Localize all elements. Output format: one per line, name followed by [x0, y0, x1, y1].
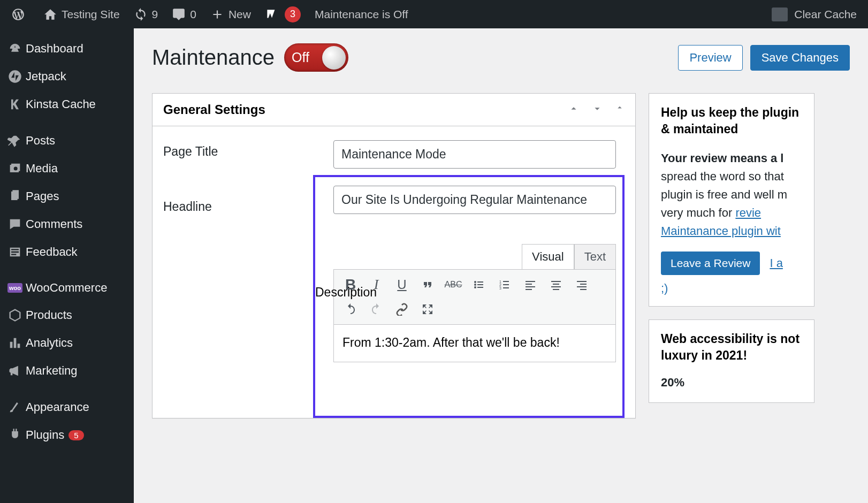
sidebar-item-jetpack[interactable]: Jetpack	[0, 63, 134, 90]
page-title: Maintenance	[152, 45, 275, 70]
sidebar-item-pages[interactable]: Pages	[0, 182, 134, 210]
jetpack-icon	[7, 69, 26, 84]
page-title-row: Page Title	[153, 126, 635, 169]
align-right-button[interactable]	[569, 273, 594, 296]
plugin-badge: 5	[68, 430, 83, 440]
svg-point-0	[9, 70, 21, 82]
side-panels: Help us keep the plugin & maintained You…	[649, 93, 814, 418]
preview-button[interactable]: Preview	[678, 45, 742, 71]
fullscreen-button[interactable]	[415, 298, 440, 321]
refresh-icon	[134, 7, 148, 21]
svg-rect-11	[503, 281, 509, 282]
sidebar-label: WooCommerce	[26, 281, 107, 295]
review-link-2[interactable]: Maintanance plugin wit	[661, 224, 781, 238]
svg-rect-15	[526, 284, 532, 285]
sidebar-label: Products	[26, 308, 72, 322]
redo-button[interactable]	[364, 298, 389, 321]
align-center-button[interactable]	[544, 273, 568, 296]
sidebar-item-kinsta[interactable]: Kinsta Cache	[0, 90, 134, 118]
strikethrough-button[interactable]: ABC	[441, 273, 466, 296]
page-header: Maintenance Off Preview Save Changes	[134, 28, 868, 93]
general-settings-panel: General Settings Page Title Headline	[152, 93, 636, 418]
clear-cache[interactable]: Clear Cache	[765, 0, 864, 28]
undo-button[interactable]	[338, 298, 363, 321]
yoast-icon	[265, 7, 279, 21]
svg-rect-23	[580, 284, 587, 285]
align-left-button[interactable]	[518, 273, 543, 296]
wp-logo[interactable]	[4, 0, 36, 28]
page-title-input[interactable]	[333, 140, 616, 169]
maintenance-status[interactable]: Maintenance is Off	[308, 0, 415, 28]
review-text: Your review means a l spread the word so…	[661, 149, 802, 240]
yoast[interactable]: 3	[258, 0, 308, 28]
svg-rect-19	[553, 284, 559, 285]
comments[interactable]: 0	[165, 0, 203, 28]
new-label: New	[229, 8, 251, 21]
admin-bar: Testing Site 9 0 New 3 Maintenance is Of…	[0, 0, 868, 28]
sidebar-label: Analytics	[26, 336, 73, 350]
chevron-up-icon[interactable]	[568, 103, 580, 117]
sidebar-item-plugins[interactable]: Plugins5	[0, 421, 134, 449]
updates[interactable]: 9	[127, 0, 165, 28]
tab-text[interactable]: Text	[574, 244, 616, 269]
media-icon	[7, 161, 26, 176]
headline-label: Headline	[163, 175, 333, 214]
description-editor[interactable]: From 1:30-2am. After that we'll be back!	[333, 325, 616, 362]
site-name[interactable]: Testing Site	[36, 0, 127, 28]
sidebar-item-dashboard[interactable]: Dashboard	[0, 35, 134, 63]
page-title-label: Page Title	[163, 140, 333, 159]
pin-icon	[7, 133, 26, 148]
link-button[interactable]	[390, 298, 414, 321]
dashboard-icon	[7, 41, 26, 56]
numbered-list-button[interactable]: 123	[492, 273, 517, 296]
save-button[interactable]: Save Changes	[750, 45, 850, 71]
sidebar-label: Dashboard	[26, 42, 83, 56]
sidebar-item-posts[interactable]: Posts	[0, 127, 134, 155]
review-link[interactable]: revie	[735, 206, 761, 219]
toggle-knob	[322, 46, 346, 70]
speech-icon	[772, 7, 788, 21]
sidebar-label: Appearance	[26, 400, 89, 414]
products-icon	[7, 308, 26, 323]
comment-icon	[7, 217, 26, 232]
headline-row: Headline Visual Text B I U	[153, 169, 635, 418]
megaphone-icon	[7, 363, 26, 378]
sidebar-item-media[interactable]: Media	[0, 155, 134, 182]
maintenance-toggle[interactable]: Off	[284, 43, 348, 72]
svg-rect-5	[477, 281, 483, 283]
bullet-list-button[interactable]	[467, 273, 491, 296]
sidebar-item-analytics[interactable]: Analytics	[0, 329, 134, 357]
sidebar-item-products[interactable]: Products	[0, 301, 134, 329]
svg-rect-16	[526, 286, 535, 287]
sidebar-item-appearance[interactable]: Appearance	[0, 393, 134, 421]
svg-text:3: 3	[499, 286, 501, 290]
sidebar-item-feedback[interactable]: Feedback	[0, 238, 134, 266]
analytics-icon	[7, 336, 26, 350]
already-reviewed-link[interactable]: I a	[770, 256, 782, 270]
clear-cache-label: Clear Cache	[794, 8, 857, 21]
panel-header: General Settings	[153, 94, 635, 126]
svg-rect-24	[577, 286, 587, 287]
headline-input[interactable]	[333, 186, 616, 214]
leave-review-button[interactable]: Leave a Review	[661, 251, 760, 275]
feedback-icon	[7, 245, 26, 260]
sidebar-label: Media	[26, 162, 58, 176]
svg-rect-14	[526, 281, 535, 282]
brush-icon	[7, 400, 26, 415]
collapse-icon[interactable]	[615, 103, 625, 117]
kinsta-icon	[7, 97, 26, 112]
sidebar-item-comments[interactable]: Comments	[0, 210, 134, 238]
svg-rect-25	[580, 289, 587, 290]
svg-rect-22	[577, 281, 587, 282]
new-content[interactable]: New	[203, 0, 258, 28]
svg-point-1	[14, 167, 18, 171]
home-icon	[43, 7, 57, 21]
sidebar-item-marketing[interactable]: Marketing	[0, 357, 134, 385]
comment-icon	[172, 7, 186, 21]
chevron-down-icon[interactable]	[591, 103, 603, 117]
blockquote-button[interactable]	[415, 273, 440, 296]
wink: ;)	[661, 281, 802, 295]
sidebar-item-woocommerce[interactable]: wooWooCommerce	[0, 275, 134, 301]
underline-button[interactable]: U	[390, 273, 414, 296]
tab-visual[interactable]: Visual	[522, 244, 574, 269]
